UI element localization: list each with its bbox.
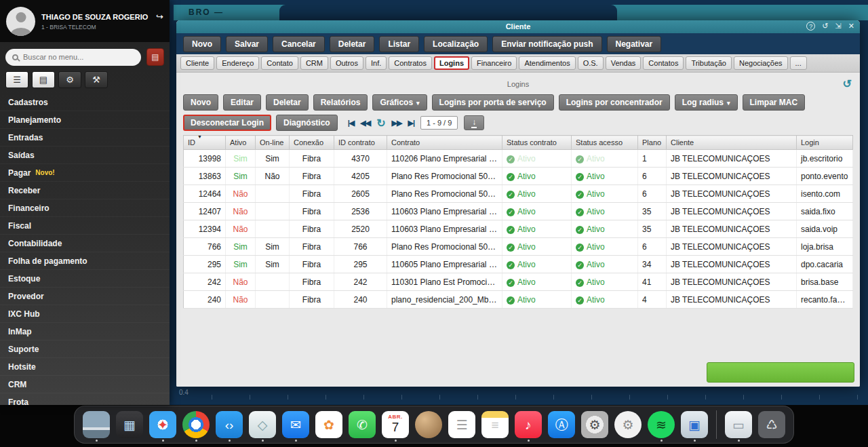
logout-icon[interactable]: ↪: [156, 12, 163, 22]
mail-icon[interactable]: ✉: [282, 411, 309, 438]
tab-inf[interactable]: Inf.: [366, 56, 387, 70]
tab-negocia-es[interactable]: Negociações: [734, 56, 788, 70]
sidebar-item-contabilidade[interactable]: Contabilidade: [0, 235, 170, 252]
logins-por-porta-de-servi-o-button[interactable]: Logins por porta de serviço: [432, 94, 554, 111]
col-header-on-line[interactable]: On-line: [256, 136, 290, 150]
reminders-icon[interactable]: ☰: [448, 411, 475, 438]
close-icon[interactable]: ✕: [848, 22, 854, 31]
sidebar-item-provedor[interactable]: Provedor: [0, 288, 170, 305]
sidebar-item-inmap[interactable]: InMap: [0, 323, 170, 341]
sidebar-item-hotsite[interactable]: Hotsite: [0, 358, 170, 376]
print-button[interactable]: ▤: [32, 71, 55, 88]
tab-[interactable]: ...: [790, 56, 807, 70]
col-header-plano[interactable]: Plano: [638, 136, 667, 150]
sidebar-item-estoque[interactable]: Estoque: [0, 270, 170, 288]
sidebar-item-receber[interactable]: Receber: [0, 182, 170, 199]
sidebar-item-suporte[interactable]: Suporte: [0, 341, 170, 358]
photos-icon[interactable]: ✿: [315, 411, 342, 438]
table-row[interactable]: 12464NãoFibra2605Plano Res Promocional 5…: [184, 185, 853, 203]
launchpad-icon[interactable]: ▦: [116, 411, 143, 438]
toolbar-listar-button[interactable]: Listar: [379, 36, 419, 52]
next-page-button[interactable]: ▶▶: [392, 119, 402, 128]
table-row[interactable]: 240NãoFibra240plano_residencial_200_Mbps…: [184, 291, 853, 309]
facetime-icon[interactable]: ✆: [349, 411, 376, 438]
tab-contatos[interactable]: Contatos: [643, 56, 684, 70]
cube-app-icon[interactable]: ◇: [249, 411, 276, 438]
menu-search-input[interactable]: [23, 53, 134, 61]
col-header-ativo[interactable]: Ativo: [226, 136, 256, 150]
notes-icon[interactable]: ≡: [481, 411, 509, 438]
sidebar-item-ixc-hub[interactable]: IXC Hub: [0, 305, 170, 323]
sidebar-red-button[interactable]: ▤: [146, 48, 164, 66]
col-header-status-contrato[interactable]: Status contrato: [502, 136, 572, 150]
download-button[interactable]: ↓: [464, 115, 484, 130]
sidebar-item-frota[interactable]: Frota: [0, 393, 170, 405]
col-header-status-acesso[interactable]: Status acesso: [572, 136, 638, 150]
tab-contratos[interactable]: Contratos: [389, 56, 432, 70]
vscode-icon[interactable]: ‹›: [216, 411, 243, 438]
col-header-id-contrato[interactable]: ID contrato: [334, 136, 387, 150]
col-header-conex-o[interactable]: Conexão: [290, 136, 334, 150]
toolbar-deletar-button[interactable]: Deletar: [330, 36, 375, 52]
tab-logins[interactable]: Logins: [434, 56, 469, 70]
tab-tributa-o[interactable]: Tributação: [686, 56, 732, 70]
log-radius-button[interactable]: Log radius▾: [675, 94, 738, 111]
novo-button[interactable]: Novo: [183, 94, 218, 111]
screen-app-icon[interactable]: ▣: [681, 411, 708, 438]
first-page-button[interactable]: |◀: [348, 119, 355, 128]
settings-gears-button[interactable]: ⚙: [58, 71, 81, 88]
spotify-icon[interactable]: ≋: [648, 411, 675, 438]
sidebar-item-financeiro[interactable]: Financeiro: [0, 199, 170, 217]
calendar-icon[interactable]: ABR.7: [382, 411, 409, 438]
limpar-mac-button[interactable]: Limpar MAC: [743, 94, 806, 111]
window-titlebar[interactable]: Cliente ? ↺ ⇲ ✕: [176, 20, 860, 33]
toolbar-negativar-button[interactable]: Negativar: [607, 36, 662, 52]
relat-rios-button[interactable]: Relatórios: [313, 94, 368, 111]
sidebar-item-cadastros[interactable]: Cadastros: [0, 94, 170, 111]
laptop-app-icon[interactable]: [83, 411, 110, 438]
toolbar-localiza-o-button[interactable]: Localização: [424, 36, 488, 52]
sidebar-item-pagar[interactable]: PagarNovo!: [0, 164, 170, 182]
refresh-button[interactable]: ↻: [376, 117, 385, 130]
wrench-button[interactable]: ⚒: [85, 71, 108, 88]
reload-icon[interactable]: ↺: [843, 77, 852, 90]
round-app-icon[interactable]: [415, 411, 442, 438]
desconectar-login-button[interactable]: Desconectar Login: [183, 115, 271, 131]
editar-button[interactable]: Editar: [223, 94, 261, 111]
help-icon[interactable]: ?: [806, 22, 815, 31]
tab-vendas[interactable]: Vendas: [606, 56, 642, 70]
tab-atendimentos[interactable]: Atendimentos: [519, 56, 575, 70]
table-row[interactable]: 13998SimSimFibra4370110206 Plano Empresa…: [184, 150, 853, 168]
table-row[interactable]: 13863SimNãoFibra4205Plano Res Promociona…: [184, 168, 853, 185]
tab-cliente[interactable]: Cliente: [180, 56, 214, 70]
toolbar-novo-button[interactable]: Novo: [183, 36, 221, 52]
list-view-button[interactable]: ☰: [5, 71, 28, 88]
sidebar-item-entradas[interactable]: Entradas: [0, 129, 170, 147]
gr-ficos-button[interactable]: Gráficos▾: [372, 94, 427, 111]
expand-icon[interactable]: ⇲: [835, 22, 842, 31]
toolbar-salvar-button[interactable]: Salvar: [226, 36, 268, 52]
logins-por-concentrador-button[interactable]: Logins por concentrador: [559, 94, 670, 111]
notification-toast[interactable]: [707, 362, 854, 383]
sidebar-item-fiscal[interactable]: Fiscal: [0, 217, 170, 235]
sidebar-item-folha-de-pagamento[interactable]: Folha de pagamento: [0, 252, 170, 270]
safari-icon[interactable]: ✦: [149, 411, 176, 438]
tab-endere-o[interactable]: Endereço: [216, 56, 259, 70]
col-header-cliente[interactable]: Cliente: [667, 136, 797, 150]
last-page-button[interactable]: ▶|: [408, 119, 415, 128]
table-row[interactable]: 242NãoFibra242110301 Plano Est Promocion…: [184, 273, 853, 291]
tab-o-s[interactable]: O.S.: [578, 56, 604, 70]
sidebar-item-sa-das[interactable]: Saídas: [0, 147, 170, 164]
deletar-button[interactable]: Deletar: [266, 94, 309, 111]
undo-icon[interactable]: ↺: [822, 22, 828, 31]
table-row[interactable]: 295SimSimFibra295110605 Plano Empresaria…: [184, 256, 853, 273]
settings-icon[interactable]: ⚙: [581, 411, 608, 438]
col-header-contrato[interactable]: Contrato: [387, 136, 502, 150]
table-row[interactable]: 766SimSimFibra766Plano Res Promocional 5…: [184, 238, 853, 256]
toolbar-enviar-notifica-o-push-button[interactable]: Enviar notificação push: [492, 36, 601, 52]
music-icon[interactable]: ♪: [515, 411, 542, 438]
trash-icon[interactable]: ♺: [758, 411, 785, 438]
tab-crm[interactable]: CRM: [300, 56, 328, 70]
app-store-icon[interactable]: Ⓐ: [548, 411, 575, 438]
col-header-login[interactable]: Login: [797, 136, 853, 150]
